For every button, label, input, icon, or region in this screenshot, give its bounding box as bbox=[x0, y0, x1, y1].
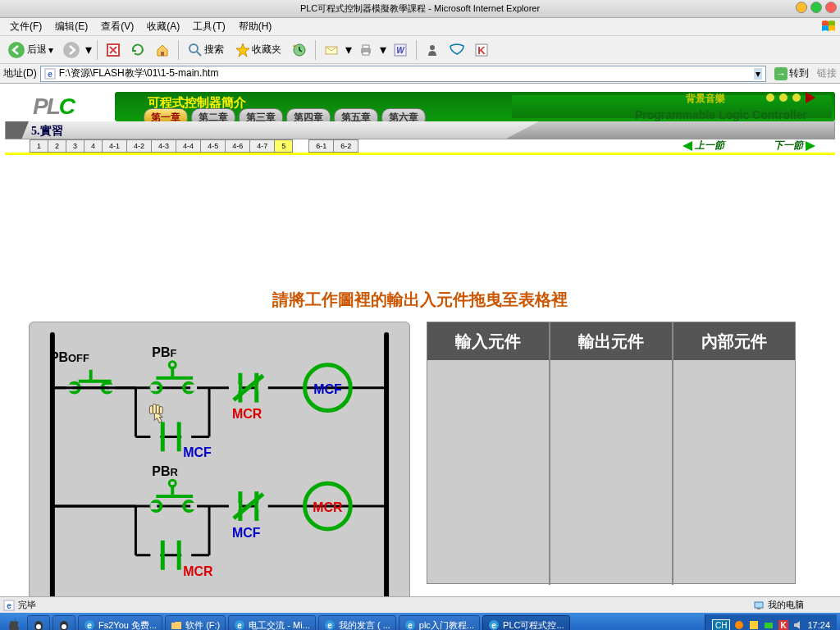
task-folder[interactable]: 软件 (F:) bbox=[165, 615, 226, 630]
back-button[interactable]: 后退 ▾ bbox=[3, 39, 57, 61]
favorites-button[interactable]: 收藏夹 bbox=[231, 39, 285, 61]
search-button[interactable]: 搜索 bbox=[184, 39, 228, 61]
drop-zone-input[interactable] bbox=[427, 360, 550, 585]
page-3[interactable]: 3 bbox=[66, 139, 84, 153]
pboff-contact[interactable]: PBOFF bbox=[50, 350, 116, 393]
bgm-dot-icon bbox=[792, 94, 801, 102]
tray-kaspersky-icon[interactable]: K bbox=[778, 619, 789, 630]
tray-icon[interactable] bbox=[733, 619, 745, 630]
kaspersky-button[interactable]: K bbox=[471, 39, 492, 61]
page-4-4[interactable]: 4-4 bbox=[176, 139, 201, 153]
svg-text:K: K bbox=[477, 44, 486, 57]
page-6-2[interactable]: 6-2 bbox=[333, 139, 358, 153]
bgm-controls[interactable] bbox=[766, 92, 815, 103]
task-fs2you[interactable]: eFs2You 免费... bbox=[78, 615, 162, 630]
go-button[interactable]: → 转到 bbox=[769, 66, 814, 82]
language-indicator[interactable]: CH bbox=[712, 619, 730, 631]
stop-button[interactable] bbox=[103, 39, 124, 61]
dropdown-icon[interactable]: ▾ bbox=[754, 68, 762, 80]
ie-icon: e bbox=[234, 619, 245, 630]
refresh-button[interactable] bbox=[127, 39, 148, 61]
page-4[interactable]: 4 bbox=[84, 139, 103, 153]
task-forum1[interactable]: e电工交流 - Mi... bbox=[228, 615, 316, 630]
svg-rect-9 bbox=[363, 52, 369, 55]
qq-icon bbox=[58, 619, 70, 630]
task-qq2[interactable] bbox=[52, 615, 75, 630]
mail-button[interactable] bbox=[321, 39, 342, 61]
menu-view[interactable]: 查看(V) bbox=[94, 18, 140, 35]
history-button[interactable] bbox=[289, 39, 310, 61]
ladder-diagram: PBOFF PBF MCR bbox=[30, 322, 409, 596]
bgm-dot-icon bbox=[779, 94, 788, 102]
flashget-button[interactable] bbox=[446, 39, 468, 61]
links-button[interactable]: 链接 bbox=[817, 66, 837, 80]
tray-icon[interactable] bbox=[763, 619, 774, 630]
forward-button[interactable] bbox=[61, 39, 82, 61]
svg-point-12 bbox=[430, 45, 435, 50]
page-2[interactable]: 2 bbox=[48, 139, 66, 153]
task-plc-course[interactable]: ePLC可程式控... bbox=[482, 615, 570, 630]
page-4-2[interactable]: 4-2 bbox=[126, 139, 152, 153]
page-4-6[interactable]: 4-6 bbox=[225, 139, 250, 153]
next-section-button[interactable]: 下一節 bbox=[774, 139, 815, 153]
task-plc-intro[interactable]: eplc入门教程... bbox=[399, 615, 480, 630]
drop-zone-output[interactable] bbox=[550, 360, 673, 585]
task-qq[interactable] bbox=[27, 615, 50, 630]
pbf-contact[interactable]: PBF bbox=[150, 345, 197, 393]
tray-volume-icon[interactable] bbox=[792, 619, 804, 630]
svg-point-4 bbox=[189, 44, 198, 52]
mcr-nc-contact[interactable]: MCR bbox=[229, 373, 268, 422]
clock[interactable]: 17:24 bbox=[807, 620, 830, 630]
dropdown-icon[interactable]: ▾ bbox=[85, 42, 92, 57]
close-button[interactable] bbox=[825, 2, 837, 13]
page-1[interactable]: 1 bbox=[30, 139, 48, 153]
svg-text:MCR: MCR bbox=[232, 407, 262, 421]
dropdown-icon[interactable]: ▾ bbox=[380, 42, 386, 57]
mcf-nc-contact[interactable]: MCF bbox=[229, 491, 268, 540]
svg-text:e: e bbox=[408, 621, 413, 630]
minimize-button[interactable] bbox=[796, 2, 807, 13]
page-4-1[interactable]: 4-1 bbox=[102, 139, 127, 153]
page-4-7[interactable]: 4-7 bbox=[249, 139, 275, 153]
messenger-icon bbox=[425, 43, 440, 57]
right-arrow-icon bbox=[806, 141, 815, 151]
word-button[interactable]: W bbox=[390, 39, 411, 61]
bgm-dot-icon bbox=[766, 94, 774, 102]
dropdown-icon[interactable]: ▾ bbox=[345, 42, 352, 57]
plc-logo: PLC bbox=[33, 94, 74, 120]
svg-text:PBF: PBF bbox=[152, 345, 176, 359]
svg-point-100 bbox=[735, 621, 743, 629]
start-button[interactable] bbox=[3, 614, 25, 630]
windows-flag-icon bbox=[820, 19, 837, 35]
menu-help[interactable]: 帮助(H) bbox=[232, 18, 279, 35]
address-input[interactable]: e F:\资源\FLASH教学\01\1-5-main.htm ▾ bbox=[40, 66, 766, 82]
drop-zone-internal[interactable] bbox=[673, 360, 795, 585]
messenger-button[interactable] bbox=[422, 39, 443, 61]
page-4-5[interactable]: 4-5 bbox=[200, 139, 226, 153]
mcf-no-contact[interactable]: MCF bbox=[150, 422, 212, 459]
print-button[interactable] bbox=[355, 39, 377, 61]
menu-tools[interactable]: 工具(T) bbox=[186, 18, 231, 35]
svg-rect-67 bbox=[229, 503, 239, 509]
folder-icon bbox=[171, 619, 182, 630]
page-5[interactable]: 5 bbox=[274, 139, 293, 153]
menu-file[interactable]: 文件(F) bbox=[3, 18, 48, 35]
tray-icon[interactable] bbox=[748, 619, 760, 630]
page-4-3[interactable]: 4-3 bbox=[151, 139, 176, 153]
svg-text:e: e bbox=[491, 621, 496, 630]
home-button[interactable] bbox=[152, 39, 173, 61]
maximize-button[interactable] bbox=[810, 2, 822, 13]
ie-icon: e bbox=[84, 619, 95, 630]
mcr-no-contact[interactable]: MCR bbox=[150, 541, 213, 578]
menu-edit[interactable]: 编辑(E) bbox=[48, 18, 94, 35]
page-6-1[interactable]: 6-1 bbox=[308, 139, 334, 153]
history-icon bbox=[292, 43, 307, 57]
svg-text:e: e bbox=[238, 621, 243, 630]
left-arrow-icon bbox=[682, 141, 692, 151]
pbr-contact[interactable]: PBR bbox=[150, 464, 197, 511]
task-forum2[interactable]: e我的发言 ( ... bbox=[318, 615, 396, 630]
svg-point-0 bbox=[8, 42, 25, 58]
svg-text:MCF: MCF bbox=[232, 526, 261, 540]
menu-fav[interactable]: 收藏(A) bbox=[140, 18, 186, 35]
prev-section-button[interactable]: 上一節 bbox=[682, 139, 724, 153]
